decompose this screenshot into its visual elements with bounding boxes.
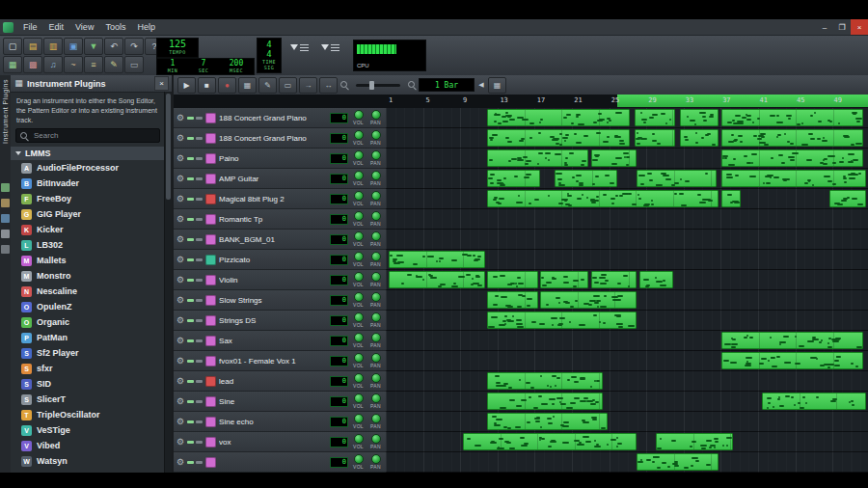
edit-mode-button[interactable]: ▭ (279, 77, 297, 94)
open-project-button[interactable]: ▤ (23, 38, 42, 55)
track-header[interactable]: ⚙lead0VOLPAN (174, 371, 386, 392)
plugin-item-vibed[interactable]: VVibed (11, 438, 172, 453)
gear-icon[interactable]: ⚙ (176, 175, 184, 183)
gear-icon[interactable]: ⚙ (176, 276, 184, 285)
pattern-segment[interactable] (721, 170, 866, 187)
track-header[interactable]: ⚙0VOLPAN (174, 452, 386, 473)
sidebar-tab-samples-icon[interactable] (1, 199, 10, 207)
plugin-item-vestige[interactable]: VVeSTige (11, 422, 172, 438)
plugin-item-sf2-player[interactable]: SSf2 Player (11, 345, 172, 361)
solo-led[interactable] (196, 177, 203, 180)
plugin-item-freeboy[interactable]: FFreeBoy (11, 191, 172, 206)
pattern-segment[interactable] (762, 393, 866, 410)
track-header[interactable]: ⚙Romantic Tp0VOLPAN (174, 209, 386, 230)
pattern-segment[interactable] (555, 170, 617, 187)
gear-icon[interactable]: ⚙ (176, 418, 184, 426)
sidebar-tab-instruments-icon[interactable] (1, 183, 10, 192)
solo-led[interactable] (196, 279, 203, 282)
pattern-segment[interactable] (463, 433, 637, 450)
mute-led[interactable] (187, 258, 194, 261)
track-name[interactable]: fvox01 - Female Vox 1 (219, 357, 327, 366)
gear-icon[interactable]: ⚙ (176, 337, 184, 345)
pattern-segment[interactable] (487, 149, 588, 167)
track-name[interactable]: Pizzicato (219, 256, 327, 264)
volume-knob[interactable] (354, 353, 364, 363)
save-project-button[interactable]: ▣ (64, 38, 83, 55)
sidebar-tab-computer-icon[interactable] (1, 245, 10, 254)
solo-led[interactable] (196, 420, 203, 423)
record-button[interactable]: ● (218, 77, 236, 94)
volume-knob[interactable] (354, 292, 364, 302)
menu-edit[interactable]: Edit (43, 19, 70, 35)
mute-led[interactable] (187, 157, 194, 160)
plugin-panel-scrollbar[interactable] (164, 92, 172, 473)
pattern-segment[interactable] (680, 109, 719, 126)
pattern-segment[interactable] (680, 129, 719, 147)
gear-icon[interactable]: ⚙ (176, 215, 184, 224)
plugin-item-sfxr[interactable]: Ssfxr (11, 361, 172, 376)
pan-knob[interactable] (371, 353, 381, 363)
pattern-segment[interactable] (389, 271, 485, 288)
volume-knob[interactable] (354, 130, 364, 140)
next-mode-button[interactable]: → (299, 77, 317, 94)
gear-icon[interactable]: ⚙ (176, 296, 184, 305)
plugin-item-monstro[interactable]: MMonstro (11, 268, 172, 284)
plugin-item-gig-player[interactable]: GGIG Player (11, 206, 172, 222)
pan-knob[interactable] (371, 393, 381, 403)
volume-knob[interactable] (354, 171, 364, 180)
pan-knob[interactable] (371, 171, 381, 180)
mute-led[interactable] (187, 420, 194, 423)
volume-knob[interactable] (354, 150, 364, 160)
track-header[interactable]: ⚙vox0VOLPAN (174, 432, 386, 452)
pattern-segment[interactable] (540, 291, 637, 309)
volume-knob[interactable] (354, 312, 364, 322)
gear-icon[interactable]: ⚙ (176, 377, 184, 386)
track-name[interactable]: 188 Concert Grand Piano (219, 114, 327, 122)
solo-led[interactable] (196, 198, 203, 201)
song-editor-toggle-button[interactable]: ▦ (3, 56, 22, 73)
volume-knob[interactable] (354, 454, 364, 464)
maximize-button[interactable]: ❐ (833, 19, 851, 35)
solo-led[interactable] (196, 319, 203, 322)
gear-icon[interactable]: ⚙ (176, 235, 184, 244)
volume-knob[interactable] (354, 252, 364, 261)
track-header[interactable]: ⚙Sax0VOLPAN (174, 331, 386, 351)
solo-led[interactable] (196, 400, 203, 403)
track-pattern-area[interactable] (386, 169, 868, 189)
volume-knob[interactable] (354, 231, 364, 241)
track-pattern-area[interactable] (386, 128, 868, 149)
solo-led[interactable] (196, 258, 203, 261)
play-button[interactable]: ▶ (177, 77, 196, 94)
mute-led[interactable] (187, 339, 194, 342)
pattern-segment[interactable] (721, 332, 864, 349)
volume-knob[interactable] (354, 373, 364, 383)
gear-icon[interactable]: ⚙ (176, 458, 184, 467)
mute-led[interactable] (187, 400, 194, 403)
sidebar-tab-presets-icon[interactable] (1, 214, 10, 223)
menu-file[interactable]: File (17, 19, 43, 35)
track-name[interactable]: lead (219, 377, 327, 386)
pan-knob[interactable] (371, 231, 381, 241)
minimize-button[interactable]: – (816, 19, 833, 35)
piano-roll-toggle-button[interactable]: ♫ (43, 56, 63, 73)
track-header[interactable]: ⚙188 Concert Grand Piano0VOLPAN (174, 108, 386, 128)
plugin-tree-root[interactable]: LMMS (11, 147, 172, 160)
mute-led[interactable] (187, 177, 194, 180)
pattern-segment[interactable] (635, 109, 676, 126)
gear-icon[interactable]: ⚙ (176, 114, 184, 122)
volume-knob[interactable] (354, 211, 364, 221)
pattern-segment[interactable] (635, 129, 676, 147)
track-name[interactable]: Paino (219, 154, 327, 163)
mute-led[interactable] (187, 380, 194, 383)
plugin-item-watsyn[interactable]: WWatsyn (11, 453, 172, 469)
plugin-item-organic[interactable]: OOrganic (11, 314, 172, 330)
plugin-item-mallets[interactable]: MMallets (11, 253, 172, 268)
pattern-segment[interactable] (487, 129, 630, 147)
pattern-segment[interactable] (829, 190, 866, 207)
pattern-segment[interactable] (721, 129, 864, 147)
track-pattern-area[interactable] (386, 351, 868, 371)
track-header[interactable]: ⚙Pizzicato0VOLPAN (174, 250, 386, 270)
track-name[interactable]: vox (219, 438, 327, 447)
volume-knob[interactable] (354, 333, 364, 342)
track-header[interactable]: ⚙Magical 8bit Plug 20VOLPAN (174, 189, 386, 209)
